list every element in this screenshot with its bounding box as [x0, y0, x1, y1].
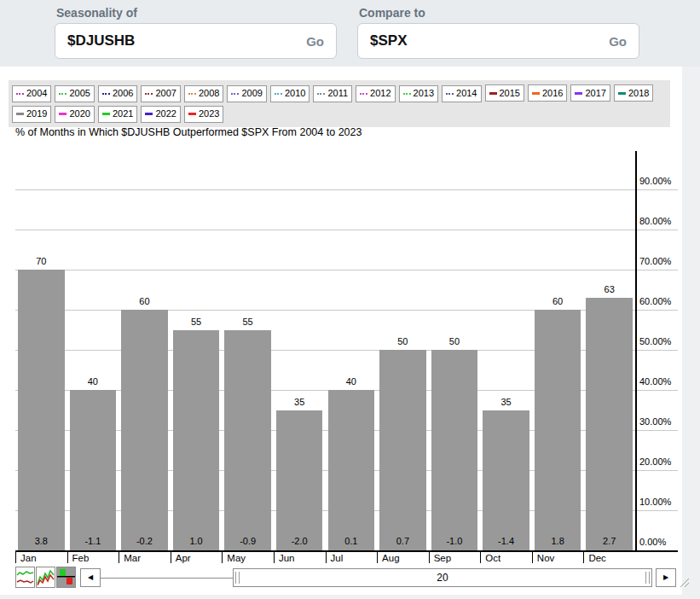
month-label-jul: Jul [331, 553, 344, 563]
month-label-dec: Dec [588, 553, 605, 563]
bar-value-label: 35 [274, 397, 326, 407]
y-axis-tick-label: 0.00% [639, 537, 666, 547]
year-line-style-icon [188, 113, 196, 115]
bar-avg-label: 1.8 [532, 536, 584, 546]
year-toggle-2006[interactable]: 2006 [98, 85, 137, 102]
year-toggle-2012[interactable]: 2012 [356, 85, 395, 102]
y-axis-tick-label: 10.00% [639, 497, 671, 507]
scroll-left-button[interactable]: ◀ [80, 568, 101, 587]
bar-value-label: 55 [171, 317, 223, 327]
x-axis-line [15, 550, 678, 552]
month-label-jan: Jan [20, 553, 37, 563]
year-line-style-icon [618, 92, 626, 95]
bar-jun [276, 410, 323, 551]
month-tick [119, 550, 119, 563]
year-label: 2017 [585, 89, 605, 98]
year-label: 2015 [500, 89, 520, 98]
compare-symbol-input[interactable] [370, 32, 609, 49]
bar-feb [70, 390, 117, 550]
year-toggle-2010[interactable]: 2010 [270, 85, 310, 102]
bar-chart-icon[interactable] [56, 567, 76, 588]
bar-avg-label: -1.0 [429, 536, 481, 546]
bar-value-label: 35 [480, 397, 532, 407]
year-label: 2022 [155, 109, 176, 119]
year-label: 2005 [69, 89, 90, 98]
bar-jan [18, 270, 65, 550]
bar-value-label: 60 [532, 296, 584, 306]
bar-avg-label: 3.8 [15, 536, 67, 546]
year-label: 2008 [199, 89, 219, 98]
compare-input-box: Go [357, 23, 639, 59]
y-axis-tick-label: 60.00% [639, 296, 671, 306]
year-toggle-2007[interactable]: 2007 [141, 85, 180, 102]
year-toggle-2022[interactable]: 2022 [141, 106, 180, 123]
year-toggle-2018[interactable]: 2018 [614, 84, 653, 102]
year-toggle-2009[interactable]: 2009 [227, 85, 266, 102]
bar-oct [483, 410, 529, 551]
month-tick [480, 550, 481, 563]
month-label-oct: Oct [485, 553, 500, 563]
resize-handle-icon[interactable] [678, 576, 690, 588]
year-toggle-2014[interactable]: 2014 [442, 85, 481, 102]
seasonality-go-button[interactable]: Go [306, 34, 324, 49]
period-scrollbar-thumb[interactable]: 20 [233, 568, 652, 587]
seasonality-symbol-input[interactable] [67, 32, 306, 49]
month-tick [377, 550, 378, 563]
scrollbar-track[interactable] [101, 578, 234, 579]
year-toggle-2020[interactable]: 2020 [55, 106, 94, 123]
year-line-style-icon [102, 93, 110, 95]
bar-avg-label: 1.0 [171, 536, 223, 546]
year-line-style-icon [403, 93, 411, 95]
year-line-style-icon [575, 92, 582, 95]
smooth-lines-chart-icon[interactable] [15, 567, 35, 588]
year-toggle-2005[interactable]: 2005 [55, 85, 94, 102]
year-toggle-2017[interactable]: 2017 [570, 84, 610, 102]
bar-avg-label: -1.1 [67, 536, 119, 546]
year-line-style-icon [16, 113, 24, 115]
year-toggle-2019[interactable]: 2019 [12, 106, 51, 123]
year-line-style-icon [275, 93, 282, 95]
year-label: 2010 [285, 89, 305, 98]
year-toggle-2023[interactable]: 2023 [184, 106, 223, 123]
year-label: 2019 [26, 109, 47, 119]
year-line-style-icon [145, 113, 153, 115]
bar-value-label: 50 [429, 336, 481, 346]
year-label: 2020 [69, 109, 90, 119]
month-tick [583, 550, 584, 563]
thumb-right-grip[interactable] [645, 572, 650, 584]
compare-go-button[interactable]: Go [609, 34, 627, 49]
year-line-style-icon [16, 93, 24, 95]
bar-nov [535, 310, 581, 550]
year-toggle-2004[interactable]: 2004 [12, 85, 51, 102]
y-axis-tick-label: 70.00% [639, 256, 671, 266]
gridline-30 [15, 430, 678, 431]
month-label-nov: Nov [537, 553, 554, 563]
year-toggle-2016[interactable]: 2016 [528, 84, 567, 102]
bar-value-label: 55 [222, 317, 274, 327]
year-legend: 2004200520062007200820092010201120122013… [9, 80, 670, 127]
year-line-style-icon [532, 92, 540, 95]
year-line-style-icon [360, 93, 367, 95]
year-toggle-2013[interactable]: 2013 [399, 85, 438, 102]
seasonality-tool: Seasonality of Go Compare to Go 20042005… [0, 0, 700, 599]
seasonality-input-box: Go [55, 23, 337, 59]
y-axis-tick-label: 20.00% [639, 457, 671, 467]
scroll-right-button[interactable]: ▶ [656, 568, 676, 587]
seasonality-of-label: Seasonality of [56, 6, 137, 20]
year-toggle-2021[interactable]: 2021 [98, 106, 137, 123]
thumb-left-grip[interactable] [235, 572, 240, 584]
year-label: 2006 [113, 89, 133, 98]
gridline-20 [15, 470, 678, 471]
y-axis-tick-label: 80.00% [639, 216, 671, 226]
month-label-may: May [227, 553, 246, 563]
chart-title: % of Months in Which $DJUSHB Outperforme… [15, 126, 362, 138]
year-toggle-2015[interactable]: 2015 [485, 84, 524, 102]
bar-dec [586, 298, 633, 550]
year-toggle-2008[interactable]: 2008 [184, 85, 223, 102]
month-label-jun: Jun [279, 553, 295, 563]
y-axis-tick-label: 90.00% [639, 176, 671, 186]
year-toggle-2011[interactable]: 2011 [313, 85, 352, 102]
seasonality-chart-widget: 2004200520062007200820092010201120122013… [0, 67, 682, 595]
gridline-40 [15, 390, 678, 391]
price-lines-chart-icon[interactable] [36, 567, 55, 588]
